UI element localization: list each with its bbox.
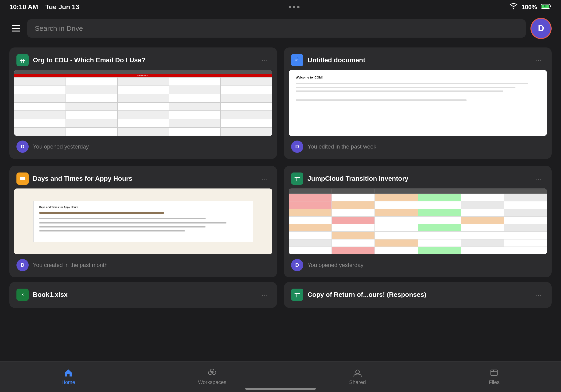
nav-workspaces-label: Workspaces bbox=[198, 379, 227, 385]
menu-button[interactable] bbox=[9, 23, 22, 34]
file-card-untitled-doc[interactable]: Untitled document ··· Welcome to ICOM! D… bbox=[284, 47, 552, 159]
card-5-header: X Book1.xlsx ··· bbox=[9, 282, 277, 305]
sheets-icon-2 bbox=[291, 173, 303, 185]
card-3-header: Days and Times for Appy Hours ··· bbox=[9, 166, 277, 188]
card-3-meta: You created in the past month bbox=[33, 262, 108, 268]
bottom-navigation: Home Workspaces Shared Fil bbox=[0, 361, 561, 392]
docs-icon bbox=[291, 54, 303, 66]
card-2-header: Untitled document ··· bbox=[284, 47, 552, 70]
nav-shared[interactable]: Shared bbox=[340, 366, 375, 388]
card-3-title-group: Days and Times for Appy Hours bbox=[16, 173, 259, 185]
status-right: 100% bbox=[509, 3, 552, 11]
workspaces-icon bbox=[206, 369, 218, 378]
file-card-jumpcloud[interactable]: JumpCloud Transition Inventory ··· bbox=[284, 166, 552, 277]
search-bar[interactable]: Search in Drive bbox=[27, 19, 526, 38]
card-4-thumbnail bbox=[289, 188, 547, 254]
card-2-title: Untitled document bbox=[308, 56, 365, 64]
files-icon bbox=[490, 369, 498, 378]
excel-icon: X bbox=[16, 289, 29, 301]
card-5-title: Book1.xlsx bbox=[33, 291, 68, 298]
card-1-more-button[interactable]: ··· bbox=[259, 54, 270, 66]
svg-rect-24 bbox=[295, 292, 300, 297]
card-3-title: Days and Times for Appy Hours bbox=[33, 175, 132, 182]
dot-2 bbox=[293, 6, 295, 8]
svg-rect-3 bbox=[550, 5, 551, 7]
status-time-date: 10:10 AM Tue Jun 13 bbox=[9, 3, 79, 11]
card-5-more-button[interactable]: ··· bbox=[259, 289, 270, 301]
file-card-copy-return[interactable]: Copy of Return of...ours! (Responses) ··… bbox=[284, 282, 552, 308]
avatar-label: D bbox=[538, 23, 544, 33]
card-4-title-group: JumpCloud Transition Inventory bbox=[291, 173, 533, 185]
file-grid: Org to EDU - Which Email Do I Use? ··· A… bbox=[0, 43, 561, 282]
card-1-title: Org to EDU - Which Email Do I Use? bbox=[33, 56, 145, 64]
card-2-footer: D You edited in the past week bbox=[284, 136, 552, 159]
slides-icon bbox=[16, 173, 29, 185]
svg-rect-4 bbox=[544, 5, 545, 7]
card-2-user-avatar: D bbox=[291, 141, 303, 153]
sheets-icon bbox=[16, 54, 29, 66]
card-1-footer: D You opened yesterday bbox=[9, 136, 277, 159]
card-6-title-group: Copy of Return of...ours! (Responses) bbox=[291, 289, 533, 301]
battery-label: 100% bbox=[521, 3, 537, 11]
svg-rect-6 bbox=[20, 58, 25, 63]
status-center bbox=[289, 6, 300, 8]
card-5-title-group: X Book1.xlsx bbox=[16, 289, 259, 301]
card-3-footer: D You created in the past month bbox=[9, 254, 277, 277]
card-4-user-avatar: D bbox=[291, 259, 303, 271]
battery-icon bbox=[541, 3, 552, 11]
svg-text:X: X bbox=[21, 293, 24, 297]
card-2-more-button[interactable]: ··· bbox=[533, 54, 545, 66]
svg-rect-5 bbox=[546, 5, 546, 7]
shared-icon bbox=[352, 369, 363, 378]
svg-rect-33 bbox=[491, 370, 497, 376]
card-4-header: JumpCloud Transition Inventory ··· bbox=[284, 166, 552, 188]
wifi-icon bbox=[509, 3, 518, 11]
nav-home-label: Home bbox=[61, 379, 75, 385]
dot-1 bbox=[289, 6, 291, 8]
nav-files[interactable]: Files bbox=[479, 366, 509, 388]
card-2-title-group: Untitled document bbox=[291, 54, 533, 66]
card-1-header: Org to EDU - Which Email Do I Use? ··· bbox=[9, 47, 277, 70]
status-bar: 10:10 AM Tue Jun 13 100% bbox=[0, 0, 561, 14]
home-icon bbox=[64, 369, 73, 378]
card-6-header: Copy of Return of...ours! (Responses) ··… bbox=[284, 282, 552, 305]
svg-rect-17 bbox=[295, 176, 300, 181]
nav-shared-label: Shared bbox=[349, 379, 366, 385]
sheets-icon-3 bbox=[291, 289, 303, 301]
user-avatar-button[interactable]: D bbox=[530, 18, 552, 39]
card-4-meta: You opened yesterday bbox=[308, 262, 363, 268]
card-2-meta: You edited in the past week bbox=[308, 143, 376, 150]
card-2-thumbnail: Welcome to ICOM! bbox=[289, 70, 547, 136]
search-placeholder: Search in Drive bbox=[35, 24, 83, 33]
card-1-title-group: Org to EDU - Which Email Do I Use? bbox=[16, 54, 259, 66]
svg-point-32 bbox=[356, 370, 359, 374]
card-1-meta: You opened yesterday bbox=[33, 143, 89, 150]
card-3-thumbnail: Days and Times for Appy Hours bbox=[14, 188, 272, 254]
svg-rect-16 bbox=[20, 177, 25, 180]
header: Search in Drive D bbox=[0, 14, 561, 43]
partial-file-row: X Book1.xlsx ··· Copy of Return of...our… bbox=[0, 282, 561, 308]
card-4-footer: D You opened yesterday bbox=[284, 254, 552, 277]
card-3-more-button[interactable]: ··· bbox=[259, 173, 270, 185]
card-6-title: Copy of Return of...ours! (Responses) bbox=[308, 291, 426, 298]
card-4-more-button[interactable]: ··· bbox=[533, 173, 545, 185]
svg-point-0 bbox=[513, 8, 514, 9]
card-4-title: JumpCloud Transition Inventory bbox=[308, 175, 408, 182]
card-3-user-avatar: D bbox=[16, 259, 29, 271]
card-6-more-button[interactable]: ··· bbox=[533, 289, 545, 301]
dot-3 bbox=[297, 6, 300, 8]
card-1-thumbnail: ATTENTION: ... bbox=[14, 70, 272, 136]
nav-files-label: Files bbox=[489, 379, 499, 385]
file-card-book1[interactable]: X Book1.xlsx ··· bbox=[9, 282, 277, 308]
status-date: Tue Jun 13 bbox=[45, 3, 79, 11]
file-card-org-edu[interactable]: Org to EDU - Which Email Do I Use? ··· A… bbox=[9, 47, 277, 159]
file-card-appy-hours[interactable]: Days and Times for Appy Hours ··· Days a… bbox=[9, 166, 277, 277]
home-indicator bbox=[245, 388, 316, 390]
card-1-user-avatar: D bbox=[16, 141, 29, 153]
nav-workspaces[interactable]: Workspaces bbox=[189, 366, 236, 388]
nav-home[interactable]: Home bbox=[52, 366, 85, 388]
status-time: 10:10 AM bbox=[9, 3, 38, 11]
